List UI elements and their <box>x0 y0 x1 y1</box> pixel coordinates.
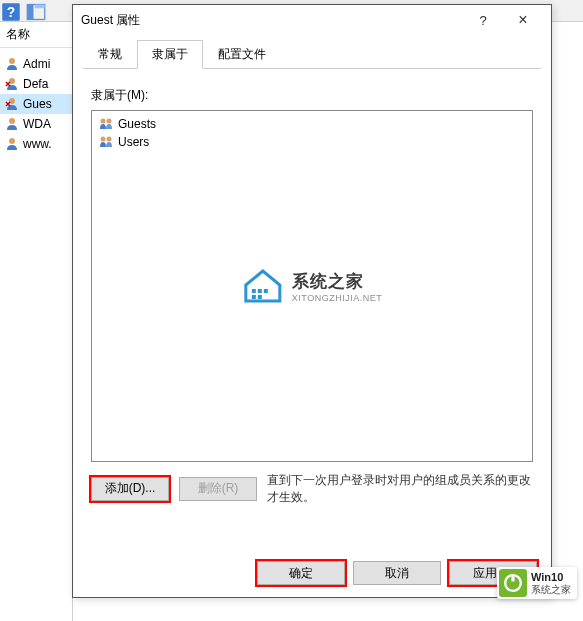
user-row[interactable]: Admi <box>0 54 72 74</box>
watermark-subtitle: XITONGZHIJIA.NET <box>292 293 382 303</box>
user-label: www. <box>23 137 52 151</box>
svg-point-11 <box>107 119 112 124</box>
user-row[interactable]: Gues <box>0 94 72 114</box>
properties-dialog: Guest 属性 ? × 常规 隶属于 配置文件 隶属于(M): Guests … <box>72 4 552 598</box>
badge-logo-icon <box>499 569 527 597</box>
help-icon[interactable]: ? <box>1 2 21 20</box>
cancel-button[interactable]: 取消 <box>353 561 441 585</box>
site-badge: Win10 系统之家 <box>497 567 577 599</box>
svg-text:?: ? <box>7 5 15 20</box>
help-button[interactable]: ? <box>463 6 503 34</box>
dialog-titlebar[interactable]: Guest 属性 ? × <box>73 5 551 35</box>
svg-rect-18 <box>258 295 262 299</box>
svg-rect-3 <box>28 5 34 20</box>
svg-point-9 <box>9 138 15 144</box>
column-header-name[interactable]: 名称 <box>0 22 72 48</box>
user-icon <box>4 76 20 92</box>
member-of-label: 隶属于(M): <box>91 87 533 104</box>
group-icon <box>98 134 114 150</box>
user-label: WDA <box>23 117 51 131</box>
user-row[interactable]: www. <box>0 134 72 154</box>
svg-point-8 <box>9 118 15 124</box>
user-row[interactable]: Defa <box>0 74 72 94</box>
dialog-button-row: 确定 取消 应用(A) <box>257 561 537 585</box>
tab-content: 隶属于(M): Guests Users 系统之家 XITONGZHIJIA. <box>73 69 551 516</box>
user-icon <box>4 116 20 132</box>
svg-point-5 <box>9 58 15 64</box>
svg-point-10 <box>101 119 106 124</box>
dialog-title: Guest 属性 <box>81 12 463 29</box>
watermark: 系统之家 XITONGZHIJIA.NET <box>242 267 382 305</box>
svg-rect-15 <box>258 289 262 293</box>
user-icon <box>4 96 20 112</box>
svg-rect-20 <box>511 575 514 581</box>
close-button[interactable]: × <box>503 6 543 34</box>
users-panel: 名称 Admi Defa Gues WDA www. <box>0 22 73 621</box>
ok-button[interactable]: 确定 <box>257 561 345 585</box>
svg-rect-4 <box>35 5 45 9</box>
user-row[interactable]: WDA <box>0 114 72 134</box>
watermark-title: 系统之家 <box>292 270 382 293</box>
svg-rect-17 <box>252 295 256 299</box>
member-item[interactable]: Users <box>96 133 528 151</box>
user-label: Gues <box>23 97 52 111</box>
user-icon <box>4 136 20 152</box>
panel-icon[interactable] <box>26 2 46 20</box>
tab-member-of[interactable]: 隶属于 <box>137 40 203 69</box>
tab-strip: 常规 隶属于 配置文件 <box>83 39 541 69</box>
svg-rect-16 <box>264 289 268 293</box>
user-icon <box>4 56 20 72</box>
membership-note: 直到下一次用户登录时对用户的组成员关系的更改才生效。 <box>267 472 533 506</box>
svg-point-13 <box>107 137 112 142</box>
badge-title: Win10 <box>531 571 571 583</box>
tab-general[interactable]: 常规 <box>83 40 137 69</box>
svg-point-12 <box>101 137 106 142</box>
watermark-logo-icon <box>242 267 284 305</box>
group-icon <box>98 116 114 132</box>
member-list[interactable]: Guests Users 系统之家 XITONGZHIJIA.NET <box>91 110 533 462</box>
user-list[interactable]: Admi Defa Gues WDA www. <box>0 48 72 154</box>
member-item[interactable]: Guests <box>96 115 528 133</box>
tab-profile[interactable]: 配置文件 <box>203 40 281 69</box>
svg-rect-14 <box>252 289 256 293</box>
add-button[interactable]: 添加(D)... <box>91 477 169 501</box>
member-label: Users <box>118 135 149 149</box>
user-label: Defa <box>23 77 48 91</box>
member-label: Guests <box>118 117 156 131</box>
remove-button[interactable]: 删除(R) <box>179 477 257 501</box>
user-label: Admi <box>23 57 50 71</box>
badge-subtitle: 系统之家 <box>531 584 571 595</box>
